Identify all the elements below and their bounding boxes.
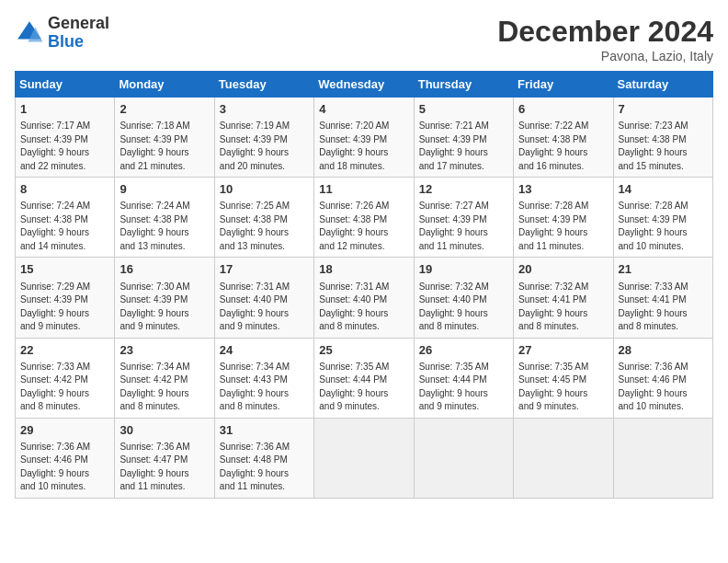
logo: General Blue bbox=[15, 15, 109, 52]
calendar-cell: 15Sunrise: 7:29 AM Sunset: 4:39 PM Dayli… bbox=[16, 258, 115, 338]
day-number: 11 bbox=[319, 181, 408, 198]
day-info: Sunrise: 7:33 AM Sunset: 4:41 PM Dayligh… bbox=[619, 281, 708, 334]
calendar-cell bbox=[514, 418, 613, 498]
day-info: Sunrise: 7:36 AM Sunset: 4:46 PM Dayligh… bbox=[619, 361, 708, 414]
day-info: Sunrise: 7:21 AM Sunset: 4:39 PM Dayligh… bbox=[419, 120, 508, 173]
day-info: Sunrise: 7:28 AM Sunset: 4:39 PM Dayligh… bbox=[619, 200, 708, 253]
day-number: 20 bbox=[518, 261, 608, 278]
location-text: Pavona, Lazio, Italy bbox=[497, 49, 713, 63]
calendar-cell: 2Sunrise: 7:18 AM Sunset: 4:39 PM Daylig… bbox=[115, 98, 214, 178]
calendar-cell: 21Sunrise: 7:33 AM Sunset: 4:41 PM Dayli… bbox=[613, 258, 712, 338]
calendar-cell bbox=[414, 418, 513, 498]
calendar-cell: 19Sunrise: 7:32 AM Sunset: 4:40 PM Dayli… bbox=[414, 258, 513, 338]
calendar-week-row: 22Sunrise: 7:33 AM Sunset: 4:42 PM Dayli… bbox=[16, 338, 713, 418]
day-number: 5 bbox=[419, 101, 508, 118]
logo-icon bbox=[15, 18, 44, 48]
day-info: Sunrise: 7:19 AM Sunset: 4:39 PM Dayligh… bbox=[220, 120, 309, 173]
day-number: 21 bbox=[619, 261, 708, 278]
day-info: Sunrise: 7:24 AM Sunset: 4:38 PM Dayligh… bbox=[119, 200, 209, 253]
day-number: 29 bbox=[20, 422, 109, 439]
day-info: Sunrise: 7:36 AM Sunset: 4:47 PM Dayligh… bbox=[119, 441, 209, 494]
calendar-cell: 12Sunrise: 7:27 AM Sunset: 4:39 PM Dayli… bbox=[414, 178, 513, 258]
day-number: 19 bbox=[419, 261, 508, 278]
calendar-cell: 9Sunrise: 7:24 AM Sunset: 4:38 PM Daylig… bbox=[115, 178, 214, 258]
day-number: 26 bbox=[419, 342, 508, 359]
day-info: Sunrise: 7:36 AM Sunset: 4:48 PM Dayligh… bbox=[220, 441, 309, 494]
header-friday: Friday bbox=[514, 72, 613, 98]
day-info: Sunrise: 7:22 AM Sunset: 4:38 PM Dayligh… bbox=[518, 120, 608, 173]
day-number: 13 bbox=[518, 181, 608, 198]
header-thursday: Thursday bbox=[414, 72, 513, 98]
calendar-cell: 26Sunrise: 7:35 AM Sunset: 4:44 PM Dayli… bbox=[414, 338, 513, 418]
day-number: 30 bbox=[119, 422, 209, 439]
calendar-cell: 23Sunrise: 7:34 AM Sunset: 4:42 PM Dayli… bbox=[115, 338, 214, 418]
calendar-cell: 13Sunrise: 7:28 AM Sunset: 4:39 PM Dayli… bbox=[514, 178, 613, 258]
calendar-cell: 31Sunrise: 7:36 AM Sunset: 4:48 PM Dayli… bbox=[214, 418, 313, 498]
day-info: Sunrise: 7:26 AM Sunset: 4:38 PM Dayligh… bbox=[319, 200, 408, 253]
day-info: Sunrise: 7:24 AM Sunset: 4:38 PM Dayligh… bbox=[20, 200, 109, 253]
calendar-cell: 8Sunrise: 7:24 AM Sunset: 4:38 PM Daylig… bbox=[16, 178, 115, 258]
day-info: Sunrise: 7:32 AM Sunset: 4:40 PM Dayligh… bbox=[419, 281, 508, 334]
calendar-week-row: 8Sunrise: 7:24 AM Sunset: 4:38 PM Daylig… bbox=[16, 178, 713, 258]
day-number: 27 bbox=[518, 342, 608, 359]
calendar-cell: 11Sunrise: 7:26 AM Sunset: 4:38 PM Dayli… bbox=[314, 178, 414, 258]
header-saturday: Saturday bbox=[613, 72, 712, 98]
day-number: 15 bbox=[20, 261, 109, 278]
day-number: 9 bbox=[119, 181, 209, 198]
day-number: 7 bbox=[619, 101, 708, 118]
calendar-cell: 30Sunrise: 7:36 AM Sunset: 4:47 PM Dayli… bbox=[115, 418, 214, 498]
calendar-cell: 5Sunrise: 7:21 AM Sunset: 4:39 PM Daylig… bbox=[414, 98, 513, 178]
page-header: General Blue December 2024 Pavona, Lazio… bbox=[15, 15, 713, 63]
day-number: 16 bbox=[119, 261, 209, 278]
calendar-cell: 1Sunrise: 7:17 AM Sunset: 4:39 PM Daylig… bbox=[16, 98, 115, 178]
month-title: December 2024 bbox=[497, 15, 713, 49]
day-info: Sunrise: 7:31 AM Sunset: 4:40 PM Dayligh… bbox=[319, 281, 408, 334]
day-number: 22 bbox=[20, 342, 109, 359]
header-monday: Monday bbox=[115, 72, 214, 98]
calendar-cell: 29Sunrise: 7:36 AM Sunset: 4:46 PM Dayli… bbox=[16, 418, 115, 498]
day-info: Sunrise: 7:25 AM Sunset: 4:38 PM Dayligh… bbox=[220, 200, 309, 253]
day-info: Sunrise: 7:17 AM Sunset: 4:39 PM Dayligh… bbox=[20, 120, 109, 173]
calendar-cell bbox=[613, 418, 712, 498]
logo-general-text: General bbox=[48, 14, 109, 32]
day-number: 14 bbox=[619, 181, 708, 198]
calendar-cell: 28Sunrise: 7:36 AM Sunset: 4:46 PM Dayli… bbox=[613, 338, 712, 418]
calendar-cell bbox=[314, 418, 414, 498]
day-info: Sunrise: 7:35 AM Sunset: 4:45 PM Dayligh… bbox=[518, 361, 608, 414]
calendar-cell: 25Sunrise: 7:35 AM Sunset: 4:44 PM Dayli… bbox=[314, 338, 414, 418]
day-info: Sunrise: 7:20 AM Sunset: 4:39 PM Dayligh… bbox=[319, 120, 408, 173]
day-number: 8 bbox=[20, 181, 109, 198]
day-number: 4 bbox=[319, 101, 408, 118]
day-number: 24 bbox=[220, 342, 309, 359]
day-number: 1 bbox=[20, 101, 109, 118]
day-info: Sunrise: 7:18 AM Sunset: 4:39 PM Dayligh… bbox=[119, 120, 209, 173]
day-info: Sunrise: 7:30 AM Sunset: 4:39 PM Dayligh… bbox=[119, 281, 209, 334]
day-number: 25 bbox=[319, 342, 408, 359]
calendar-cell: 7Sunrise: 7:23 AM Sunset: 4:38 PM Daylig… bbox=[613, 98, 712, 178]
day-info: Sunrise: 7:35 AM Sunset: 4:44 PM Dayligh… bbox=[419, 361, 508, 414]
calendar-header-row: SundayMondayTuesdayWednesdayThursdayFrid… bbox=[16, 72, 713, 98]
day-number: 6 bbox=[518, 101, 608, 118]
calendar-cell: 6Sunrise: 7:22 AM Sunset: 4:38 PM Daylig… bbox=[514, 98, 613, 178]
calendar-cell: 27Sunrise: 7:35 AM Sunset: 4:45 PM Dayli… bbox=[514, 338, 613, 418]
day-info: Sunrise: 7:29 AM Sunset: 4:39 PM Dayligh… bbox=[20, 281, 109, 334]
header-tuesday: Tuesday bbox=[214, 72, 313, 98]
day-info: Sunrise: 7:36 AM Sunset: 4:46 PM Dayligh… bbox=[20, 441, 109, 494]
calendar-cell: 18Sunrise: 7:31 AM Sunset: 4:40 PM Dayli… bbox=[314, 258, 414, 338]
calendar-cell: 17Sunrise: 7:31 AM Sunset: 4:40 PM Dayli… bbox=[214, 258, 313, 338]
day-info: Sunrise: 7:34 AM Sunset: 4:43 PM Dayligh… bbox=[220, 361, 309, 414]
header-wednesday: Wednesday bbox=[314, 72, 414, 98]
day-info: Sunrise: 7:32 AM Sunset: 4:41 PM Dayligh… bbox=[518, 281, 608, 334]
calendar-cell: 14Sunrise: 7:28 AM Sunset: 4:39 PM Dayli… bbox=[613, 178, 712, 258]
calendar-cell: 24Sunrise: 7:34 AM Sunset: 4:43 PM Dayli… bbox=[214, 338, 313, 418]
day-info: Sunrise: 7:33 AM Sunset: 4:42 PM Dayligh… bbox=[20, 361, 109, 414]
calendar-cell: 22Sunrise: 7:33 AM Sunset: 4:42 PM Dayli… bbox=[16, 338, 115, 418]
calendar-cell: 10Sunrise: 7:25 AM Sunset: 4:38 PM Dayli… bbox=[214, 178, 313, 258]
title-area: December 2024 Pavona, Lazio, Italy bbox=[497, 15, 713, 63]
calendar-table: SundayMondayTuesdayWednesdayThursdayFrid… bbox=[15, 71, 713, 499]
calendar-cell: 20Sunrise: 7:32 AM Sunset: 4:41 PM Dayli… bbox=[514, 258, 613, 338]
day-number: 10 bbox=[220, 181, 309, 198]
day-info: Sunrise: 7:28 AM Sunset: 4:39 PM Dayligh… bbox=[518, 200, 608, 253]
day-number: 17 bbox=[220, 261, 309, 278]
header-sunday: Sunday bbox=[16, 72, 115, 98]
